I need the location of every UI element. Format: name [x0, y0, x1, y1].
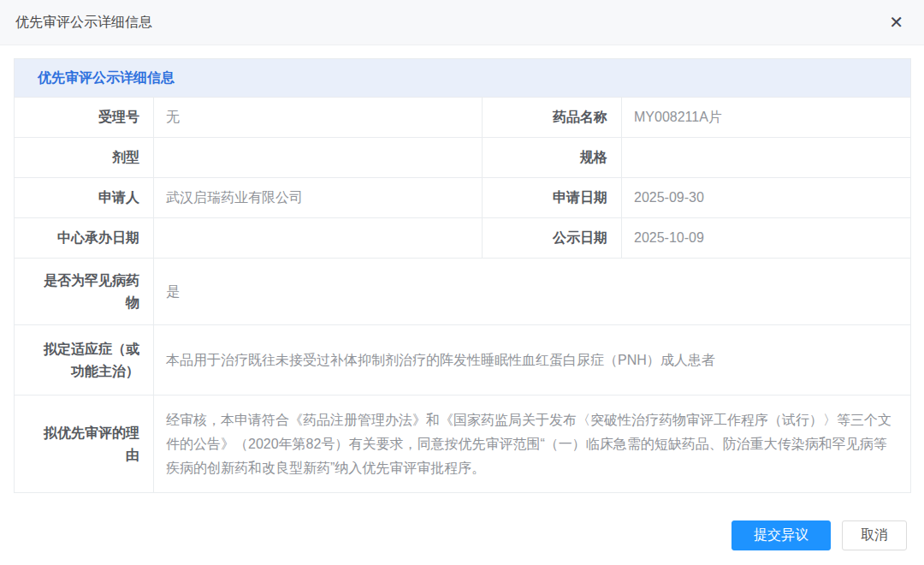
table-row-priority-reason: 拟优先审评的理由 经审核，本申请符合《药品注册管理办法》和《国家药监局关于发布〈…: [15, 396, 911, 493]
modal-footer: 提交异议 取消: [732, 520, 907, 550]
cancel-button[interactable]: 取消: [842, 520, 907, 550]
acceptance-number-value: 无: [154, 98, 483, 138]
specification-value: [622, 138, 911, 178]
table-row-rare-disease: 是否为罕见病药物 是: [15, 259, 911, 325]
applicant-value: 武汉启瑞药业有限公司: [154, 178, 483, 218]
application-date-value: 2025-09-30: [622, 178, 911, 218]
priority-review-detail-modal: 优先审评公示详细信息 ✕ 优先审评公示详细信息 受理号 无 药品名称 MY008…: [0, 0, 924, 565]
publicity-date-value: 2025-10-09: [622, 218, 911, 259]
rare-disease-value: 是: [154, 259, 911, 325]
specification-label: 规格: [483, 138, 622, 178]
table-section-header-row: 优先审评公示详细信息: [15, 59, 911, 98]
priority-review-reason-value: 经审核，本申请符合《药品注册管理办法》和《国家药监局关于发布〈突破性治疗药物审评…: [154, 396, 911, 493]
close-icon[interactable]: ✕: [887, 12, 905, 33]
proposed-indication-value: 本品用于治疗既往未接受过补体抑制剂治疗的阵发性睡眠性血红蛋白尿症（PNH）成人患…: [154, 325, 911, 396]
table-row-dosage-spec: 剂型 规格: [15, 138, 911, 178]
dosage-form-value: [154, 138, 483, 178]
center-undertake-date-label: 中心承办日期: [15, 218, 154, 259]
dosage-form-label: 剂型: [15, 138, 154, 178]
table-row-centerdate-publicity: 中心承办日期 公示日期 2025-10-09: [15, 218, 911, 259]
priority-review-reason-label: 拟优先审评的理由: [15, 396, 154, 493]
application-date-label: 申请日期: [483, 178, 622, 218]
table-row-applicant-date: 申请人 武汉启瑞药业有限公司 申请日期 2025-09-30: [15, 178, 911, 218]
publicity-date-label: 公示日期: [483, 218, 622, 259]
acceptance-number-label: 受理号: [15, 98, 154, 138]
modal-header: 优先审评公示详细信息 ✕: [0, 0, 924, 45]
table-row-acceptance-drugname: 受理号 无 药品名称 MY008211A片: [15, 98, 911, 138]
detail-table: 优先审评公示详细信息 受理号 无 药品名称 MY008211A片 剂型 规格 申…: [14, 58, 911, 493]
modal-title: 优先审评公示详细信息: [15, 14, 152, 32]
rare-disease-label: 是否为罕见病药物: [15, 259, 154, 325]
drug-name-label: 药品名称: [483, 98, 622, 138]
table-row-indication: 拟定适应症（或功能主治） 本品用于治疗既往未接受过补体抑制剂治疗的阵发性睡眠性血…: [15, 325, 911, 396]
center-undertake-date-value: [154, 218, 483, 259]
submit-objection-button[interactable]: 提交异议: [732, 520, 831, 550]
proposed-indication-label: 拟定适应症（或功能主治）: [15, 325, 154, 396]
table-section-title: 优先审评公示详细信息: [15, 59, 911, 98]
drug-name-value: MY008211A片: [622, 98, 911, 138]
applicant-label: 申请人: [15, 178, 154, 218]
